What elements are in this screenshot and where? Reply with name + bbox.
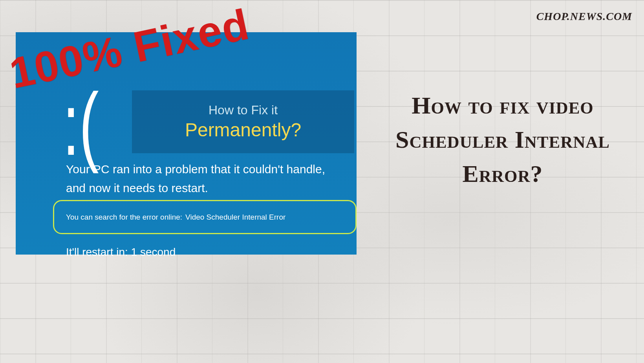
search-label: You can search for the error online: — [66, 213, 182, 222]
fix-line-1: How to Fix it — [209, 103, 278, 117]
error-search-box: You can search for the error online: Vid… — [53, 200, 357, 234]
restart-countdown: It'll restart in: 1 second — [66, 246, 176, 258]
how-to-fix-box: How to Fix it Permanently? — [132, 90, 354, 153]
error-name: Video Scheduler Internal Error — [185, 213, 285, 222]
fix-line-2: Permanently? — [185, 119, 301, 141]
bsod-main-message: Your PC ran into a problem that it could… — [66, 160, 341, 198]
article-title: How to fix video Scheduler Internal Erro… — [361, 88, 644, 191]
site-watermark: CHOP.NEWS.COM — [536, 10, 632, 23]
